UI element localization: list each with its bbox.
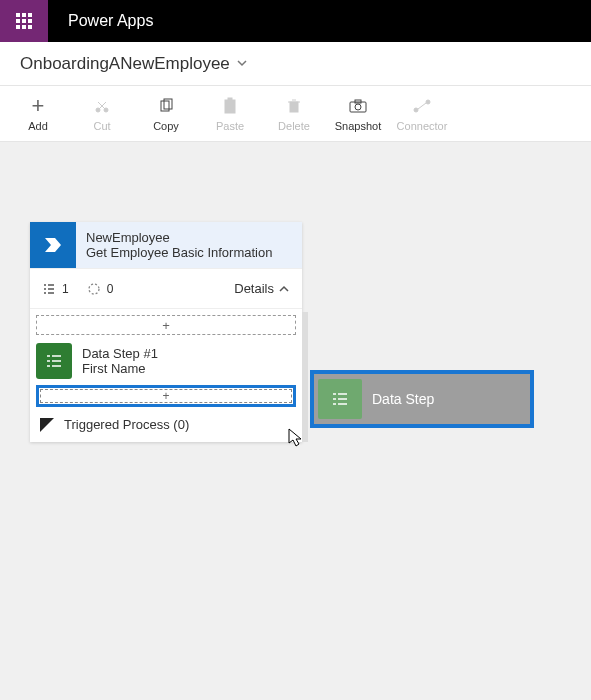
svg-point-12 <box>89 284 99 294</box>
svg-rect-4 <box>225 100 235 113</box>
delete-button[interactable]: Delete <box>262 90 326 138</box>
details-toggle[interactable]: Details <box>234 281 290 296</box>
designer-canvas[interactable]: NewEmployee Get Employee Basic Informati… <box>0 142 591 700</box>
drop-plus-icon: + <box>162 318 170 333</box>
drop-zone-selected[interactable]: + <box>36 385 296 407</box>
steps-count: 1 <box>42 282 69 296</box>
scrollbar[interactable] <box>302 312 308 442</box>
toolbar: + Add Cut Copy Paste Delete Snapshot <box>0 86 591 142</box>
triggered-process-row[interactable]: Triggered Process (0) <box>30 407 302 442</box>
drop-plus-icon: + <box>162 389 169 403</box>
svg-point-8 <box>355 104 361 110</box>
list-icon <box>42 282 56 296</box>
triggered-process-label: Triggered Process (0) <box>64 417 189 432</box>
steps-count-value: 1 <box>62 282 69 296</box>
drop-zone-top[interactable]: + <box>36 315 296 335</box>
copy-label: Copy <box>153 120 179 132</box>
triggers-count-value: 0 <box>107 282 114 296</box>
data-step-title: Data Step #1 <box>82 346 158 361</box>
cut-label: Cut <box>93 120 110 132</box>
app-launcher-button[interactable] <box>0 0 48 42</box>
cut-button[interactable]: Cut <box>70 90 134 138</box>
paste-label: Paste <box>216 120 244 132</box>
flow-header: OnboardingANewEmployee <box>0 42 591 86</box>
stage-subtitle: Get Employee Basic Information <box>86 245 292 260</box>
stage-header-text: NewEmployee Get Employee Basic Informati… <box>76 222 302 268</box>
stage-header[interactable]: NewEmployee Get Employee Basic Informati… <box>30 222 302 268</box>
waffle-icon <box>16 13 32 29</box>
delete-label: Delete <box>278 120 310 132</box>
circle-dashed-icon <box>87 282 101 296</box>
svg-rect-6 <box>290 102 298 112</box>
add-button[interactable]: + Add <box>6 90 70 138</box>
paste-button[interactable]: Paste <box>198 90 262 138</box>
triangle-icon <box>40 418 54 432</box>
chevron-up-icon <box>278 283 290 295</box>
svg-point-10 <box>414 108 418 112</box>
paste-icon <box>221 96 239 116</box>
connector-icon <box>412 96 432 116</box>
details-label: Details <box>234 281 274 296</box>
plus-icon: + <box>32 96 45 116</box>
connector-label: Connector <box>397 120 448 132</box>
trash-icon <box>285 96 303 116</box>
data-step-icon <box>318 379 362 419</box>
data-step-row[interactable]: Data Step #1 First Name <box>30 335 302 381</box>
svg-point-11 <box>426 100 430 104</box>
connector-button[interactable]: Connector <box>390 90 454 138</box>
add-label: Add <box>28 120 48 132</box>
data-step-icon <box>36 343 72 379</box>
svg-rect-5 <box>228 98 232 101</box>
stage-info-row: 1 0 Details <box>30 268 302 308</box>
app-title: Power Apps <box>48 12 173 30</box>
scissors-icon <box>93 96 111 116</box>
copy-icon <box>157 96 175 116</box>
flow-name[interactable]: OnboardingANewEmployee <box>20 54 230 74</box>
camera-icon <box>348 96 368 116</box>
stage-chevron-icon <box>30 222 76 268</box>
stage-card[interactable]: NewEmployee Get Employee Basic Informati… <box>30 222 302 442</box>
app-header: Power Apps <box>0 0 591 42</box>
chevron-down-icon[interactable] <box>236 55 248 73</box>
snapshot-label: Snapshot <box>335 120 381 132</box>
data-step-text: Data Step #1 First Name <box>82 346 158 376</box>
data-step-field: First Name <box>82 361 158 376</box>
copy-button[interactable]: Copy <box>134 90 198 138</box>
stage-title: NewEmployee <box>86 230 292 245</box>
drag-ghost-data-step[interactable]: Data Step <box>310 370 534 428</box>
drag-ghost-label: Data Step <box>372 391 434 407</box>
triggers-count: 0 <box>87 282 114 296</box>
snapshot-button[interactable]: Snapshot <box>326 90 390 138</box>
